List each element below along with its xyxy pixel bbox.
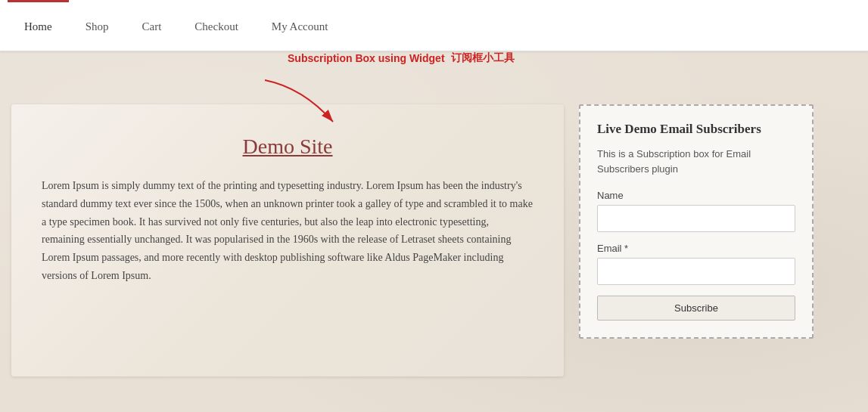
widget-title: Live Demo Email Subscribers [597,121,795,138]
subscribe-button[interactable]: Subscribe [597,296,795,321]
name-label: Name [597,190,795,201]
sidebar: Live Demo Email Subscribers This is a Su… [579,104,814,376]
content-body: Lorem Ipsum is simply dummy text of the … [42,177,534,285]
widget-description: This is a Subscription box for Email Sub… [597,147,795,176]
nav-checkout[interactable]: Checkout [178,0,255,51]
email-field: Email * [597,243,795,285]
nav-my-account[interactable]: My Account [255,0,345,51]
subscription-widget: Live Demo Email Subscribers This is a Su… [579,104,814,339]
name-input[interactable] [597,205,795,232]
navigation: Home Shop Cart Checkout My Account [0,0,868,51]
demo-site-title: Demo Site [42,135,534,159]
content-panel: Demo Site Lorem Ipsum is simply dummy te… [11,104,564,376]
annotation-text: Subscription Box using Widget [288,51,445,65]
annotation-area: Subscription Box using Widget 订阅框小工具 [288,51,515,65]
nav-home[interactable]: Home [8,0,69,51]
email-label: Email * [597,243,795,254]
nav-shop[interactable]: Shop [69,0,126,51]
name-field: Name [597,190,795,232]
main-content: Subscription Box using Widget 订阅框小工具 Dem… [0,51,868,392]
email-input[interactable] [597,258,795,285]
nav-cart[interactable]: Cart [126,0,179,51]
annotation-chinese: 订阅框小工具 [451,51,515,65]
